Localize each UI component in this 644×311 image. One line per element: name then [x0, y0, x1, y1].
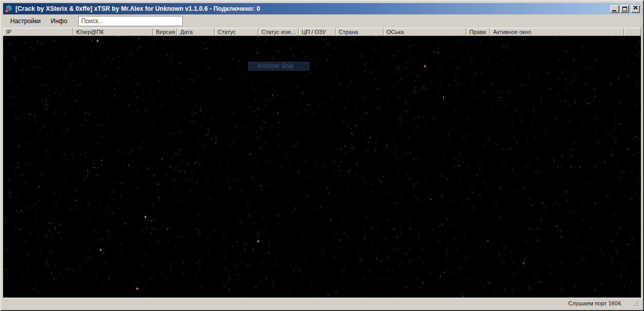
menu-item-settings[interactable]: Настройки — [5, 16, 46, 26]
column-header-user-pc[interactable]: Юзер@ПК — [73, 28, 153, 36]
window-snip-overlay: Window Snip — [248, 62, 309, 71]
close-button[interactable] — [631, 5, 640, 13]
status-text: Слушаем порт 1604. — [568, 300, 622, 306]
app-window: [Crack by XSterix & 0xffe] xTSR by Mr.Al… — [0, 0, 644, 311]
column-header-active-window[interactable]: Активное окно — [490, 28, 624, 36]
minimize-button[interactable] — [611, 5, 619, 13]
minimize-icon — [612, 10, 616, 11]
column-header-date[interactable]: Дата — [177, 28, 215, 36]
column-header-country[interactable]: Страна — [336, 28, 384, 36]
column-header-filler — [624, 28, 641, 36]
resize-grip[interactable] — [633, 300, 640, 307]
search-input[interactable] — [78, 16, 183, 26]
menu-item-info[interactable]: Инфо — [46, 16, 73, 26]
close-icon — [633, 4, 638, 11]
column-header-user-status[interactable]: Статус юзе... — [258, 28, 299, 36]
title-bar[interactable]: [Crack by XSterix & 0xffe] xTSR by Mr.Al… — [3, 3, 641, 14]
window-controls — [611, 5, 640, 13]
table-header-row: IP Юзер@ПК Версия Дата Статус Статус юзе… — [3, 28, 641, 36]
column-header-ip[interactable]: IP — [3, 28, 73, 36]
column-header-version[interactable]: Версия — [153, 28, 177, 36]
window-title: [Crack by XSterix & 0xffe] xTSR by Mr.Al… — [15, 5, 606, 12]
column-header-status[interactable]: Статус — [215, 28, 258, 36]
column-header-os[interactable]: ОСька — [384, 28, 466, 36]
maximize-icon — [622, 7, 627, 11]
starfield-canvas — [3, 36, 641, 298]
client-list-area[interactable]: Window Snip — [3, 36, 641, 298]
column-header-cpu-ram[interactable]: ЦП / ОЗУ — [299, 28, 336, 36]
column-header-rights[interactable]: Права — [466, 28, 490, 36]
status-bar: Слушаем порт 1604. — [3, 298, 641, 308]
maximize-button[interactable] — [620, 5, 629, 13]
menu-bar: Настройки Инфо — [3, 14, 641, 28]
globe-lock-icon — [5, 5, 13, 13]
